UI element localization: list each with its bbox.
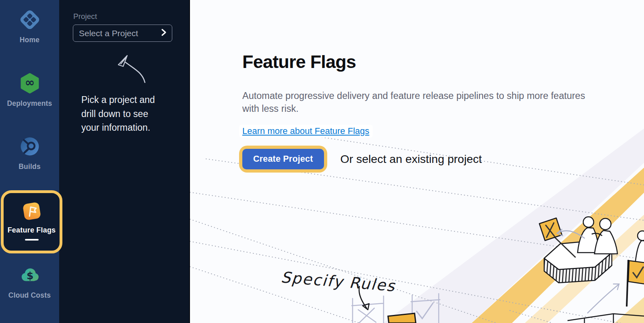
sidebar-item-home[interactable]: Home <box>0 9 59 44</box>
svg-text:$: $ <box>26 270 33 282</box>
module-sidebar: Home ∞ Deployments <box>0 0 59 323</box>
project-selector[interactable]: Select a Project <box>73 25 172 42</box>
project-selector-value: Select a Project <box>79 29 138 38</box>
page-description: Automate progressive delivery and featur… <box>242 90 585 115</box>
builds-icon <box>19 136 41 157</box>
page-title: Feature Flags <box>242 51 356 72</box>
sidebar-item-label: Deployments <box>7 99 52 108</box>
sidebar-item-deployments[interactable]: ∞ Deployments <box>0 72 59 108</box>
hand-drawn-arrow-icon <box>109 53 147 87</box>
small-yellow-flag <box>388 313 416 323</box>
hint-line: Pick a project and <box>81 93 174 107</box>
main-content: Specify Rules Feature Flags Automate pro… <box>190 0 644 323</box>
description-line: Automate progressive delivery and featur… <box>242 90 585 103</box>
sidebar-item-label: Feature Flags <box>8 226 56 235</box>
sidebar-item-builds[interactable]: Builds <box>0 136 59 171</box>
sidebar-item-label: Home <box>20 36 39 44</box>
svg-text:∞: ∞ <box>25 76 34 89</box>
description-line: with less risk. <box>242 103 585 115</box>
project-field-label: Project <box>73 12 97 21</box>
feature-flags-icon <box>21 200 43 222</box>
hint-line: your information. <box>81 121 174 135</box>
home-icon <box>19 9 41 31</box>
project-panel: Project Select a Project Pick a project … <box>59 0 190 323</box>
or-select-existing-text: Or select an existing project <box>341 152 482 166</box>
create-project-button[interactable]: Create Project <box>242 149 324 169</box>
project-hint-text: Pick a project and drill down to see you… <box>81 93 174 135</box>
cloud-costs-icon: $ <box>19 264 41 286</box>
create-project-highlight-ring: Create Project <box>239 146 327 173</box>
learn-more-link[interactable]: Learn more about Feature Flags <box>239 125 373 138</box>
sidebar-item-label: Cloud Costs <box>8 291 51 300</box>
cta-row: Create Project Or select an existing pro… <box>239 146 482 173</box>
sidebar-item-feature-flags[interactable]: Feature Flags <box>1 190 62 253</box>
sidebar-item-cloud-costs[interactable]: $ Cloud Costs <box>0 264 59 300</box>
hint-line: drill down to see <box>81 107 174 121</box>
chevron-right-icon <box>161 29 167 38</box>
active-indicator <box>25 239 39 241</box>
sidebar-item-label: Builds <box>19 163 41 171</box>
deployments-icon: ∞ <box>19 72 41 94</box>
specify-rules-annotation: Specify Rules <box>280 268 396 295</box>
app-window: Home ∞ Deployments <box>0 0 644 323</box>
